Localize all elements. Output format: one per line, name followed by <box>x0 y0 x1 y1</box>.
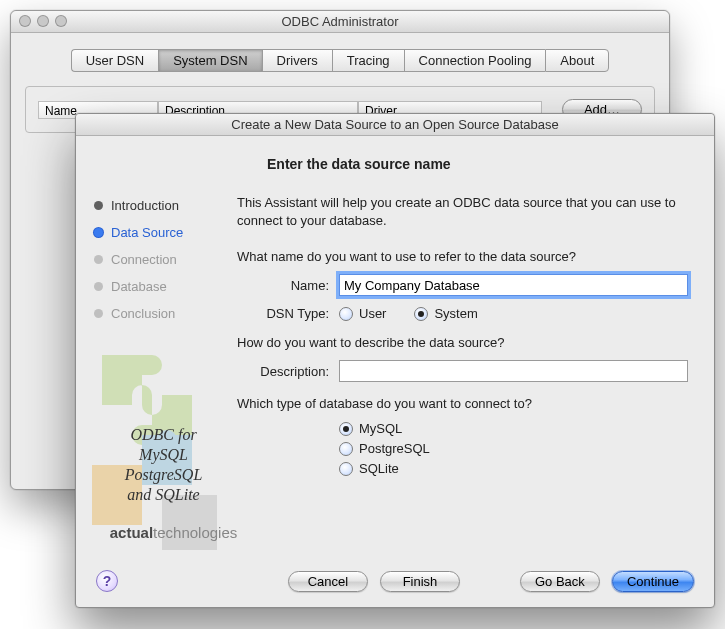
page-heading: Enter the data source name <box>267 156 688 172</box>
brand-text: ODBC for MySQL PostgreSQL and SQLite <box>76 425 251 505</box>
step-bullet-icon <box>94 201 103 210</box>
step-label: Database <box>111 279 167 294</box>
radio-icon <box>339 442 353 456</box>
sheet-title: Create a New Data Source to an Open Sour… <box>76 114 714 136</box>
radio-label: User <box>359 306 386 321</box>
vendor-logo-rest: technologies <box>153 524 237 541</box>
question-db: Which type of database do you want to co… <box>237 396 688 411</box>
cancel-button[interactable]: Cancel <box>288 571 368 592</box>
step-bullet-icon <box>94 282 103 291</box>
main-tabs: User DSN System DSN Drivers Tracing Conn… <box>25 49 655 72</box>
name-input[interactable] <box>339 274 688 296</box>
brand-line: ODBC for <box>76 425 251 445</box>
db-sqlite-radio[interactable]: SQLite <box>339 461 688 476</box>
step-connection[interactable]: Connection <box>94 246 221 273</box>
question-desc: How do you want to describe the data sou… <box>237 335 688 350</box>
radio-icon <box>414 307 428 321</box>
radio-label: SQLite <box>359 461 399 476</box>
radio-label: PostgreSQL <box>359 441 430 456</box>
radio-label: System <box>434 306 477 321</box>
close-icon[interactable] <box>19 15 31 27</box>
brand-line: and SQLite <box>76 485 251 505</box>
wizard-sheet: Create a New Data Source to an Open Sour… <box>75 113 715 608</box>
tab-user-dsn[interactable]: User DSN <box>71 49 159 72</box>
question-name: What name do you want to use to refer to… <box>237 249 688 264</box>
step-data-source[interactable]: Data Source <box>94 219 221 246</box>
radio-icon <box>339 422 353 436</box>
traffic-lights <box>19 15 67 27</box>
description-input[interactable] <box>339 360 688 382</box>
vendor-logo: actualtechnologies <box>76 524 271 541</box>
tab-about[interactable]: About <box>545 49 609 72</box>
finish-button[interactable]: Finish <box>380 571 460 592</box>
step-bullet-icon <box>94 309 103 318</box>
step-bullet-icon <box>94 255 103 264</box>
radio-icon <box>339 307 353 321</box>
tab-connection-pooling[interactable]: Connection Pooling <box>404 49 546 72</box>
dsn-type-system-radio[interactable]: System <box>414 306 477 321</box>
step-label: Introduction <box>111 198 179 213</box>
description-label: Description: <box>237 364 329 379</box>
go-back-button[interactable]: Go Back <box>520 571 600 592</box>
tab-system-dsn[interactable]: System DSN <box>158 49 261 72</box>
radio-icon <box>339 462 353 476</box>
radio-label: MySQL <box>359 421 402 436</box>
wizard-sidebar: Introduction Data Source Connection Data… <box>76 136 231 555</box>
dsn-type-user-radio[interactable]: User <box>339 306 386 321</box>
step-bullet-icon <box>94 228 103 237</box>
wizard-steps: Introduction Data Source Connection Data… <box>94 192 221 327</box>
brand-line: PostgreSQL <box>76 465 251 485</box>
tab-drivers[interactable]: Drivers <box>262 49 332 72</box>
brand-line: MySQL <box>76 445 251 465</box>
window-title: ODBC Administrator <box>281 14 398 29</box>
step-conclusion[interactable]: Conclusion <box>94 300 221 327</box>
help-icon[interactable]: ? <box>96 570 118 592</box>
step-label: Data Source <box>111 225 183 240</box>
tab-tracing[interactable]: Tracing <box>332 49 404 72</box>
wizard-footer: ? Cancel Finish Go Back Continue <box>76 555 714 607</box>
step-label: Conclusion <box>111 306 175 321</box>
name-label: Name: <box>237 278 329 293</box>
db-type-group: MySQL PostgreSQL SQLite <box>339 421 688 476</box>
vendor-logo-bold: actual <box>110 524 153 541</box>
step-label: Connection <box>111 252 177 267</box>
db-postgresql-radio[interactable]: PostgreSQL <box>339 441 688 456</box>
step-introduction[interactable]: Introduction <box>94 192 221 219</box>
continue-button[interactable]: Continue <box>612 571 694 592</box>
dsn-type-label: DSN Type: <box>237 306 329 321</box>
zoom-icon[interactable] <box>55 15 67 27</box>
intro-text: This Assistant will help you create an O… <box>237 194 688 229</box>
step-database[interactable]: Database <box>94 273 221 300</box>
db-mysql-radio[interactable]: MySQL <box>339 421 688 436</box>
minimize-icon[interactable] <box>37 15 49 27</box>
window-titlebar: ODBC Administrator <box>11 11 669 33</box>
wizard-main: Enter the data source name This Assistan… <box>231 136 714 555</box>
